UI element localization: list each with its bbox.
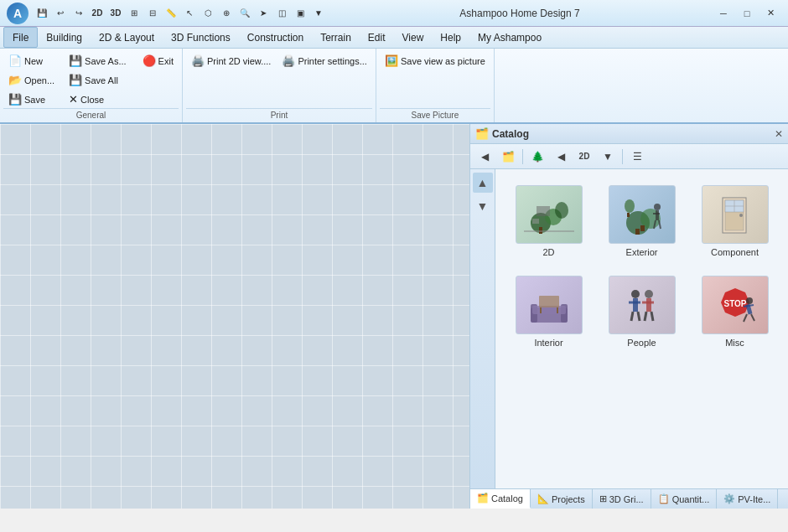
minimize-button[interactable]: ─ [713, 5, 734, 22]
svg-rect-14 [656, 210, 659, 220]
qa-3d[interactable]: 3D [107, 5, 124, 22]
qa-select[interactable]: ↖ [181, 5, 198, 22]
cat-2d-button[interactable]: 2D [573, 147, 595, 167]
svg-rect-9 [635, 229, 640, 235]
qa-2d[interactable]: 2D [89, 5, 106, 22]
svg-rect-5 [532, 219, 539, 224]
sidenav-up-button[interactable]: ▲ [473, 173, 493, 193]
qa-option2[interactable]: ▣ [292, 5, 308, 22]
svg-rect-4 [537, 206, 550, 216]
close-button[interactable]: ✕ [759, 5, 781, 22]
menu-3d-functions[interactable]: 3D Functions [163, 27, 239, 48]
cat-dropdown-button[interactable]: ▼ [597, 147, 619, 167]
qa-undo[interactable]: ↩ [52, 5, 69, 22]
new-icon: 📄 [8, 54, 22, 67]
canvas-area[interactable] [0, 124, 469, 509]
new-button[interactable]: 📄 New [3, 52, 60, 70]
qa-arrow[interactable]: ➤ [255, 5, 272, 22]
qa-zoom[interactable]: 🔍 [236, 5, 253, 22]
open-icon: 📂 [8, 74, 22, 86]
tab-3d-grid[interactable]: ⊞ 3D Gri... [593, 489, 651, 509]
menu-building[interactable]: Building [38, 27, 91, 48]
svg-line-40 [651, 312, 653, 321]
tab-pv-items[interactable]: ⚙️ PV-Ite... [717, 489, 778, 509]
menu-file[interactable]: File [3, 27, 38, 48]
catalog-label-2d: 2D [542, 247, 554, 257]
save-view-picture-button[interactable]: 🖼️ Save view as picture [380, 52, 490, 70]
qa-rotate[interactable]: ⊕ [218, 5, 235, 22]
sidenav-down-button[interactable]: ▼ [473, 196, 493, 216]
tab-catalog-icon: 🗂️ [477, 493, 489, 504]
menu-edit[interactable]: Edit [360, 27, 394, 48]
svg-rect-28 [539, 296, 559, 307]
catalog-item-people[interactable]: People [599, 270, 685, 354]
maximize-button[interactable]: □ [736, 5, 758, 22]
svg-point-31 [631, 290, 640, 298]
catalog-item-interior[interactable]: Interior [505, 270, 592, 354]
save-as-button[interactable]: 💾 Save As... [64, 52, 132, 70]
ribbon-group-print-label: Print [186, 108, 372, 122]
qa-option1[interactable]: ◫ [273, 5, 290, 22]
menu-2d-layout[interactable]: 2D & Layout [91, 27, 163, 48]
tab-quantity[interactable]: 📋 Quantit... [651, 489, 718, 509]
ribbon-area: 📄 New 📂 Open... 💾 Save 💾 [0, 49, 788, 124]
svg-rect-37 [646, 298, 651, 312]
cat-more-button[interactable]: ☰ [626, 147, 648, 167]
menu-bar: File Building 2D & Layout 3D Functions C… [0, 27, 788, 49]
svg-rect-2 [539, 227, 542, 234]
svg-point-3 [555, 202, 568, 219]
cat-back-button[interactable]: ◀ [474, 147, 495, 167]
svg-text:STOP: STOP [723, 299, 746, 308]
catalog-item-component[interactable]: Component [692, 179, 778, 263]
qa-grid[interactable]: ⊞ [126, 5, 143, 22]
svg-rect-12 [627, 213, 630, 217]
catalog-close-button[interactable]: ✕ [775, 128, 783, 140]
open-button[interactable]: 📂 Open... [3, 71, 60, 89]
save-all-button[interactable]: 💾 Save All [64, 71, 132, 89]
qa-measure[interactable]: 📏 [163, 5, 179, 22]
save-button[interactable]: 💾 Save [3, 90, 60, 108]
svg-line-47 [751, 314, 754, 321]
cat-tree-button[interactable]: 🌲 [526, 147, 548, 167]
ribbon-group-print: 🖨️ Print 2D view.... 🖨️ Printer settings… [183, 49, 376, 122]
ribbon-group-save-picture-label: Save Picture [380, 108, 490, 122]
ribbon-group-general-label: General [3, 108, 179, 122]
catalog-thumb-misc-svg: STOP [710, 284, 760, 326]
qa-redo[interactable]: ↪ [70, 5, 87, 22]
svg-rect-32 [633, 298, 638, 312]
print-2d-icon: 🖨️ [191, 54, 205, 67]
menu-my-ashampoo[interactable]: My Ashampoo [469, 27, 550, 48]
menu-terrain[interactable]: Terrain [312, 27, 360, 48]
ribbon-group-print-buttons: 🖨️ Print 2D view.... 🖨️ Printer settings… [186, 52, 372, 108]
qa-save[interactable]: 💾 [34, 5, 50, 22]
svg-point-13 [654, 204, 661, 210]
menu-view[interactable]: View [394, 27, 433, 48]
catalog-item-misc[interactable]: STOP Misc [692, 270, 778, 354]
qa-cursor[interactable]: ⬡ [200, 5, 216, 22]
catalog-item-exterior[interactable]: Exterior [599, 179, 685, 263]
svg-line-17 [659, 220, 661, 229]
print-2d-button[interactable]: 🖨️ Print 2D view.... [186, 52, 276, 70]
tab-catalog[interactable]: 🗂️ Catalog [470, 489, 531, 509]
main-area: 🗂️ Catalog ✕ ◀ 🗂️ 🌲 ◀ 2D ▼ ☰ ▲ ▼ [0, 124, 788, 509]
menu-help[interactable]: Help [432, 27, 469, 48]
ribbon-group-save-picture-buttons: 🖼️ Save view as picture [380, 52, 490, 108]
menu-construction[interactable]: Construction [239, 27, 312, 48]
svg-point-43 [746, 297, 753, 304]
qa-dropdown[interactable]: ▼ [310, 5, 327, 22]
close-button-ribbon[interactable]: ✕ Close [64, 90, 132, 108]
catalog-thumb-interior [516, 276, 583, 334]
svg-line-39 [645, 312, 646, 321]
svg-line-34 [631, 312, 633, 321]
qa-snap[interactable]: ⊟ [144, 5, 161, 22]
cat-nav-button[interactable]: ◀ [550, 147, 572, 167]
exit-button[interactable]: 🔴 Exit [137, 52, 179, 70]
cat-sep-1 [522, 149, 523, 164]
canvas-grid [0, 124, 469, 509]
catalog-label-interior: Interior [534, 338, 562, 348]
catalog-grid: 2D [495, 169, 788, 488]
tab-projects[interactable]: 📐 Projects [531, 489, 593, 509]
catalog-item-2d[interactable]: 2D [505, 179, 592, 263]
catalog-thumb-interior-svg [524, 284, 574, 326]
printer-settings-button[interactable]: 🖨️ Printer settings... [277, 52, 372, 70]
